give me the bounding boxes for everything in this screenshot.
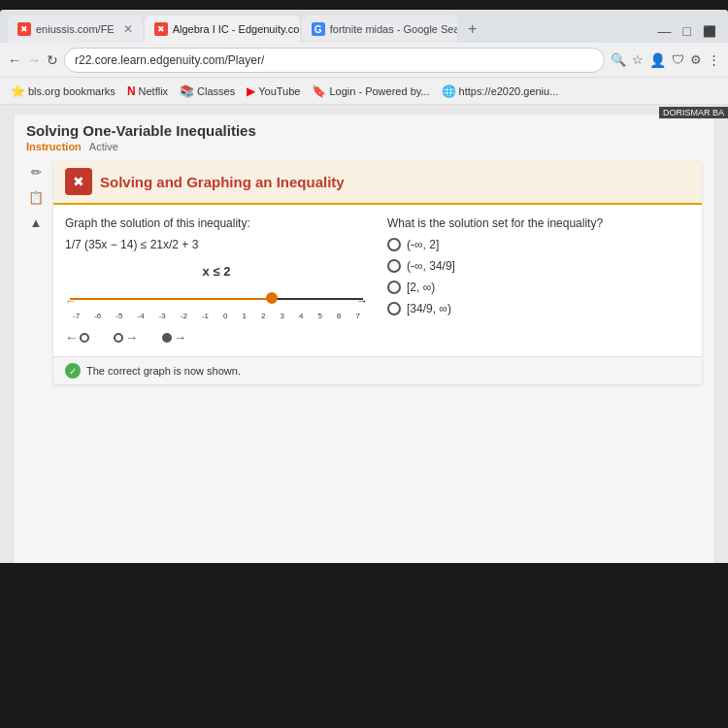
status-text: The correct graph is now shown. bbox=[86, 365, 241, 377]
bookmarks-bar: ⭐ bls.org bookmarks N Netflix 📚 Classes … bbox=[0, 78, 728, 105]
option-2[interactable]: (-∞, 34/9] bbox=[387, 259, 690, 273]
bookmark-classes[interactable]: 📚 Classes bbox=[177, 84, 238, 98]
browser-window: ✖ eniussis.com/FE ✕ ✖ Algebra I IC - Edg… bbox=[0, 10, 728, 573]
card-body: Graph the solution of this inequality: 1… bbox=[53, 205, 702, 356]
nl-labels: -7-6-5-4-3-2-101234567 bbox=[65, 312, 368, 320]
right-section: What is the solution set for the inequal… bbox=[387, 216, 690, 345]
back-button[interactable]: ← bbox=[8, 52, 21, 68]
pencil-icon[interactable]: ✏ bbox=[26, 162, 46, 182]
bookmark-youtube-label: YouTube bbox=[258, 85, 300, 97]
option-3-text: [2, ∞) bbox=[407, 281, 435, 294]
menu-icon[interactable]: ⋮ bbox=[708, 52, 720, 67]
mini-nl1-left-arrow: ← bbox=[65, 330, 78, 345]
side-icons: ✏ 📋 ▲ bbox=[26, 162, 46, 384]
youtube-icon: ▶ bbox=[247, 84, 255, 98]
radio-1[interactable] bbox=[387, 238, 401, 251]
mini-nl-2: → bbox=[114, 330, 138, 345]
bookmark-e2020[interactable]: 🌐 https://e2020.geniu... bbox=[439, 84, 562, 98]
content-area: ✏ 📋 ▲ ✖ Solving and Graphing an Inequali… bbox=[26, 160, 702, 384]
options-list: (-∞, 2] (-∞, 34/9] [2, ∞) bbox=[387, 238, 690, 315]
option-2-text: (-∞, 34/9] bbox=[407, 259, 455, 273]
bookmark-login-label: Login - Powered by... bbox=[329, 85, 429, 97]
option-1[interactable]: (-∞, 2] bbox=[387, 238, 690, 251]
left-section: Graph the solution of this inequality: 1… bbox=[65, 216, 368, 345]
number-line-container: ← → -7-6-5-4-3-2-101234567 bbox=[65, 286, 368, 320]
netflix-icon: N bbox=[127, 84, 136, 98]
mini-nl-1: ← bbox=[65, 330, 89, 345]
note-icon[interactable]: 📋 bbox=[26, 187, 46, 207]
classes-icon: 📚 bbox=[180, 84, 194, 98]
bottom-bezel bbox=[0, 563, 728, 728]
card-header: ✖ Solving and Graphing an Inequality bbox=[53, 160, 702, 205]
tab2-label: Algebra I IC - Edgenuity.com bbox=[173, 23, 300, 35]
search-icon[interactable]: 🔍 bbox=[611, 52, 626, 67]
mini-dot-empty-2 bbox=[114, 333, 123, 343]
mini-nl-3: → bbox=[162, 330, 186, 345]
option-1-text: (-∞, 2] bbox=[407, 238, 439, 251]
mini-dot-filled bbox=[162, 333, 172, 343]
mini-nl3-right-arrow: → bbox=[174, 330, 186, 345]
card-header-icon: ✖ bbox=[65, 168, 92, 195]
tab3-icon: G bbox=[312, 22, 325, 36]
tab1-label: eniussis.com/FE bbox=[36, 23, 115, 35]
tab-2[interactable]: ✖ Algebra I IC - Edgenuity.com ✕ bbox=[145, 16, 300, 43]
maximize-button[interactable]: □ bbox=[679, 23, 695, 39]
window-controls: — □ ⬛ bbox=[654, 23, 720, 43]
profile-icon[interactable]: 👤 bbox=[649, 52, 666, 68]
minimize-button[interactable]: — bbox=[654, 23, 676, 39]
tab-bar: ✖ eniussis.com/FE ✕ ✖ Algebra I IC - Edg… bbox=[0, 10, 728, 43]
tab1-icon: ✖ bbox=[17, 22, 31, 36]
mini-nl2-right-arrow: → bbox=[125, 330, 138, 345]
up-icon[interactable]: ▲ bbox=[26, 213, 46, 232]
address-bar-icons: 🔍 ☆ 👤 🛡 ⚙ ⋮ bbox=[611, 52, 720, 68]
radio-3[interactable] bbox=[387, 281, 401, 294]
bookmark-e2020-label: https://e2020.geniu... bbox=[459, 85, 559, 97]
settings-icon[interactable]: ⚙ bbox=[690, 52, 702, 67]
bookmark-login[interactable]: 🔖 Login - Powered by... bbox=[309, 84, 432, 98]
mini-number-lines: ← → bbox=[65, 330, 368, 345]
solution-label: x ≤ 2 bbox=[65, 264, 368, 279]
breadcrumb: Instruction Active bbox=[26, 141, 702, 152]
bookmark-bls-icon: ⭐ bbox=[11, 84, 25, 98]
status-check-icon: ✓ bbox=[65, 363, 81, 379]
breadcrumb-active: Active bbox=[89, 141, 118, 152]
refresh-button[interactable]: ↻ bbox=[47, 52, 58, 68]
option-4[interactable]: [34/9, ∞) bbox=[387, 302, 690, 315]
url-bar[interactable]: r22.core.learn.edgenuity.com/Player/ bbox=[64, 48, 605, 73]
close-button[interactable]: ⬛ bbox=[699, 25, 720, 38]
nl-filled-dot bbox=[266, 292, 278, 304]
option-4-text: [34/9, ∞) bbox=[407, 302, 451, 315]
page-title: Solving One-Variable Inequalities bbox=[26, 122, 702, 139]
shield-icon[interactable]: 🛡 bbox=[672, 52, 684, 67]
nl-left-arrow: ← bbox=[65, 294, 77, 308]
option-3[interactable]: [2, ∞) bbox=[387, 281, 690, 294]
forward-button[interactable]: → bbox=[27, 52, 41, 68]
nl-right-arrow: → bbox=[356, 294, 368, 308]
tab3-label: fortnite midas - Google Search bbox=[330, 23, 457, 35]
lesson-card: ✖ Solving and Graphing an Inequality Gra… bbox=[53, 160, 702, 384]
new-tab-button[interactable]: + bbox=[459, 16, 486, 43]
number-line: ← → bbox=[70, 286, 363, 310]
edgenuity-page: DORISMAR BA Solving One-Variable Inequal… bbox=[15, 115, 713, 563]
bookmark-classes-label: Classes bbox=[197, 85, 235, 97]
tab1-close[interactable]: ✕ bbox=[123, 22, 133, 36]
login-icon: 🔖 bbox=[312, 84, 326, 98]
e2020-icon: 🌐 bbox=[442, 84, 456, 98]
tab-1[interactable]: ✖ eniussis.com/FE ✕ bbox=[8, 16, 143, 43]
bookmark-bls[interactable]: ⭐ bls.org bookmarks bbox=[8, 84, 118, 98]
bookmark-netflix-label: Netflix bbox=[139, 85, 169, 97]
tab2-icon: ✖ bbox=[154, 22, 168, 36]
bookmark-bls-label: bls.org bookmarks bbox=[28, 85, 116, 97]
star-icon[interactable]: ☆ bbox=[632, 52, 644, 67]
tab-3[interactable]: G fortnite midas - Google Search ✕ bbox=[302, 16, 457, 43]
url-text: r22.core.learn.edgenuity.com/Player/ bbox=[75, 53, 264, 67]
page-content: DORISMAR BA Solving One-Variable Inequal… bbox=[0, 105, 728, 573]
problem-label: Graph the solution of this inequality: bbox=[65, 216, 368, 230]
breadcrumb-instruction[interactable]: Instruction bbox=[26, 141, 82, 152]
bookmark-youtube[interactable]: ▶ YouTube bbox=[244, 84, 303, 98]
user-label: DORISMAR BA bbox=[659, 107, 728, 118]
radio-2[interactable] bbox=[387, 259, 401, 273]
address-bar: ← → ↻ r22.core.learn.edgenuity.com/Playe… bbox=[0, 43, 728, 78]
bookmark-netflix[interactable]: N Netflix bbox=[124, 84, 171, 98]
radio-4[interactable] bbox=[387, 302, 401, 315]
